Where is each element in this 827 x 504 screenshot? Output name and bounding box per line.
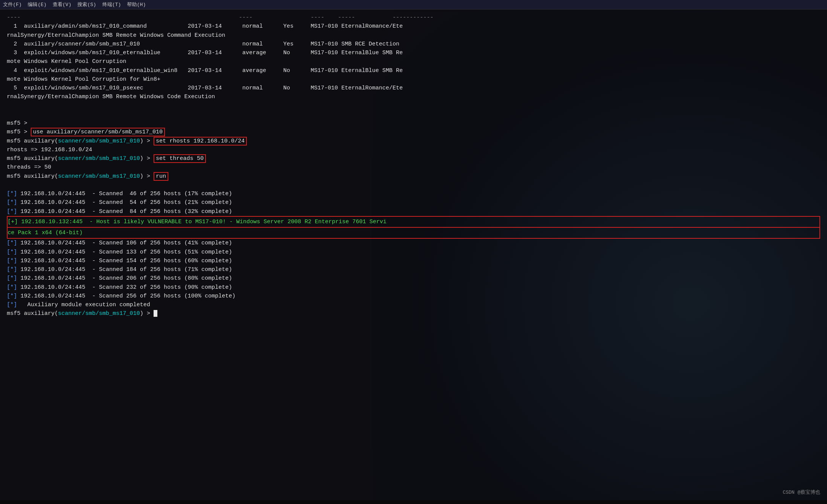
wrap-line: mote Windows Kernel Pool Corruption xyxy=(7,57,820,66)
vuln-line: [+] 192.168.10.132:445 - Host is likely … xyxy=(7,216,820,228)
menubar: 文件(F)编辑(E)查看(V)搜索(S)终端(T)帮助(H) xyxy=(0,0,827,9)
menu-item[interactable]: 文件(F) xyxy=(3,1,22,8)
info-line: rhosts => 192.168.10.0/24 xyxy=(7,146,820,154)
blank-line xyxy=(7,102,820,110)
wrap-line: rnalSynergy/EternalChampion SMB Remote W… xyxy=(7,92,820,101)
prompt-line: msf5 > xyxy=(7,119,820,128)
menu-item[interactable]: 查看(V) xyxy=(53,1,71,8)
scan-line: [*] 192.168.10.0/24:445 - Scanned 46 of … xyxy=(7,189,820,198)
scan-line: [*] 192.168.10.0/24:445 - Scanned 154 of… xyxy=(7,257,820,265)
module-line: 3 exploit/windows/smb/ms17_010_eternalbl… xyxy=(7,49,820,57)
module-line: 5 exploit/windows/smb/ms17_010_psexec 20… xyxy=(7,84,820,92)
scan-line: [*] 192.168.10.0/24:445 - Scanned 84 of … xyxy=(7,207,820,216)
module-line: 4 exploit/windows/smb/ms17_010_eternalbl… xyxy=(7,66,820,75)
aux-cmd-line: msf5 auxiliary(scanner/smb/smb_ms17_010)… xyxy=(7,154,820,163)
scan-line: [*] 192.168.10.0/24:445 - Scanned 184 of… xyxy=(7,265,820,274)
cursor-line: msf5 auxiliary(scanner/smb/smb_ms17_010)… xyxy=(7,309,820,318)
scan-line: [*] 192.168.10.0/24:445 - Scanned 206 of… xyxy=(7,274,820,283)
watermark: CSDN @蔡宝博也 xyxy=(783,489,820,496)
vuln-wrap-line: ce Pack 1 x64 (64-bit) xyxy=(7,228,820,239)
scan-line: [*] 192.168.10.0/24:445 - Scanned 106 of… xyxy=(7,239,820,247)
scan-line: [*] 192.168.10.0/24:445 - Scanned 232 of… xyxy=(7,283,820,292)
scan-line: [*] 192.168.10.0/24:445 - Scanned 54 of … xyxy=(7,198,820,207)
menu-item[interactable]: 搜索(S) xyxy=(77,1,96,8)
scan-line: [*] 192.168.10.0/24:445 - Scanned 256 of… xyxy=(7,292,820,301)
menu-item[interactable]: 帮助(H) xyxy=(127,1,146,8)
blank-line xyxy=(7,181,820,189)
scan-line: [*] 192.168.10.0/24:445 - Scanned 133 of… xyxy=(7,248,820,257)
scan-line: [*] Auxiliary module execution completed xyxy=(7,301,820,309)
info-line: threads => 50 xyxy=(7,163,820,172)
menu-item[interactable]: 终端(T) xyxy=(102,1,121,8)
terminal-content: ---- ---- ---- ----- ------------ 1 auxi… xyxy=(7,13,820,318)
cursor xyxy=(154,310,157,317)
cmd-line: msf5 > use auxiliary/scanner/smb/smb_ms1… xyxy=(7,128,820,136)
header-line: ---- ---- ---- ----- ------------ xyxy=(7,13,820,22)
terminal: ---- ---- ---- ----- ------------ 1 auxi… xyxy=(0,9,827,500)
menu-item[interactable]: 编辑(E) xyxy=(28,1,46,8)
wrap-line: mote Windows Kernel Pool Corruption for … xyxy=(7,75,820,84)
module-line: 2 auxiliary/scanner/smb/smb_ms17_010 nor… xyxy=(7,40,820,49)
wrap-line: rnalSynergy/EternalChampion SMB Remote W… xyxy=(7,31,820,40)
aux-run-line: msf5 auxiliary(scanner/smb/smb_ms17_010)… xyxy=(7,172,820,181)
module-line: 1 auxiliary/admin/smb/ms17_010_command 2… xyxy=(7,22,820,31)
aux-cmd-line: msf5 auxiliary(scanner/smb/smb_ms17_010)… xyxy=(7,137,820,146)
blank-line xyxy=(7,110,820,119)
